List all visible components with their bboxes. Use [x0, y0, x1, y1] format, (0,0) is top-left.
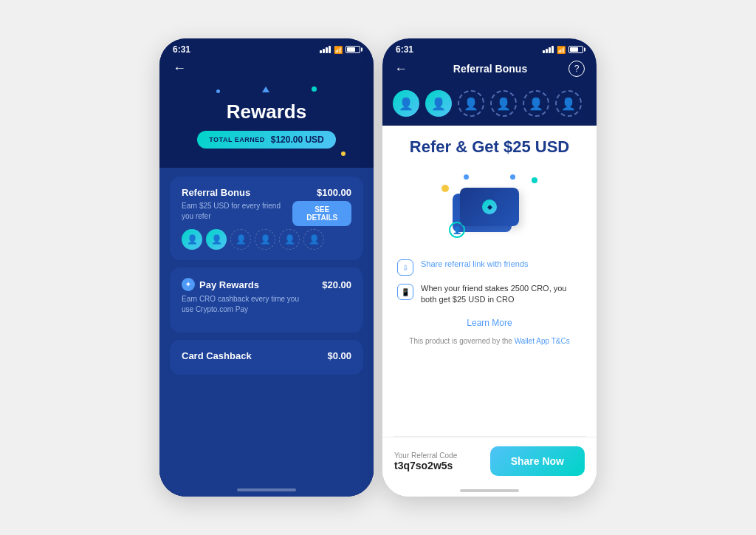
avatar-3: 👤 [230, 229, 251, 250]
ref-avatar-2: 👤 [425, 90, 452, 117]
referral-bonus-amount: $100.00 [317, 187, 351, 198]
screen2-phone: 6:31 📶 ← Referral Bonus ? [382, 38, 597, 497]
decorative-dot-blue [464, 174, 469, 180]
status-time-screen2: 6:31 [396, 44, 413, 55]
status-bar-screen2: 6:31 📶 [382, 38, 597, 58]
signal-icon [320, 46, 331, 53]
signal-icon-screen2 [543, 46, 554, 53]
avatar-6: 👤 [303, 229, 324, 250]
home-indicator-screen2 [382, 485, 597, 497]
cards-area: Referral Bonus $100.00 Earn $25 USD for … [159, 168, 374, 483]
referral-bonus-title: Referral Bonus [182, 187, 250, 198]
pay-rewards-title: ✦ Pay Rewards [182, 278, 259, 291]
referral-progress-bar: 👤 👤 👤 👤 👤 👤 [382, 84, 597, 126]
pay-rewards-card[interactable]: ✦ Pay Rewards $20.00 Earn CRO cashback e… [170, 268, 363, 333]
decorative-dots [173, 82, 360, 96]
decorative-dot-teal1 [532, 177, 537, 183]
screen2-header-title: Referral Bonus [453, 63, 527, 75]
card-logo: ◆ [482, 200, 497, 214]
decorative-dot-yellow [441, 185, 449, 192]
see-details-button[interactable]: SEE DETAILS [292, 201, 351, 226]
status-bar-screen1: 6:31 📶 [159, 38, 374, 58]
referral-bonus-card[interactable]: Referral Bonus $100.00 Earn $25 USD for … [170, 177, 363, 260]
ref-avatar-1: 👤 [393, 90, 419, 117]
step-item-2: 📱 When your friend stakes 2500 CRO, you … [397, 283, 582, 306]
share-icon: ⇩ [397, 259, 413, 276]
pay-rewards-desc: Earn CRO cashback every time you use Cry… [182, 294, 300, 315]
refer-title: Refer & Get $25 USD [382, 126, 597, 163]
card-cashback-title: Card Cashback [182, 350, 252, 361]
battery-icon [346, 46, 360, 53]
step-text-1: Share referral link with friends [421, 259, 529, 270]
rewards-hero: Rewards TOTAL EARNED $120.00 USD [159, 82, 374, 168]
ref-avatar-4: 👤 [490, 90, 517, 117]
governance-text: This product is governed by the Wallet A… [382, 333, 597, 354]
avatar-1: 👤 [182, 229, 202, 250]
wifi-icon: 📶 [334, 46, 343, 54]
screen2-body: ← Referral Bonus ? 👤 👤 👤 👤 👤 👤 Refer & G… [382, 58, 597, 497]
screen2-content: Refer & Get $25 USD ◆ 👤 [382, 126, 597, 436]
referral-steps: ⇩ Share referral link with friends 📱 Whe… [382, 251, 597, 313]
status-time-screen1: 6:31 [173, 44, 190, 55]
help-button[interactable]: ? [568, 61, 585, 77]
back-button-screen2[interactable]: ← [394, 61, 412, 77]
referral-illustration: ◆ 👤 [382, 163, 597, 251]
back-button-screen1[interactable]: ← [159, 58, 374, 82]
referral-bonus-desc: Earn $25 USD for every friend you refer [182, 201, 285, 222]
total-earned-value: $120.00 USD [271, 134, 324, 145]
decorative-dot-blue2 [510, 174, 515, 180]
battery-icon-screen2 [568, 46, 583, 53]
pay-rewards-amount: $20.00 [322, 279, 351, 290]
card-cashback-card[interactable]: Card Cashback $0.00 [170, 340, 363, 375]
wifi-icon-screen2: 📶 [557, 46, 566, 54]
referral-code-section: Your Referral Code t3q7so2w5s [394, 451, 457, 471]
home-indicator-screen1 [159, 483, 374, 497]
ref-avatar-6: 👤 [555, 90, 582, 117]
step-item-1: ⇩ Share referral link with friends [397, 259, 582, 276]
ref-avatar-5: 👤 [523, 90, 549, 117]
avatar-4: 👤 [255, 229, 275, 250]
avatar-2: 👤 [206, 229, 227, 250]
screen2-header: ← Referral Bonus ? [382, 58, 597, 84]
home-indicator-bar-screen2 [460, 489, 519, 492]
governance-link[interactable]: Wallet App T&Cs [515, 337, 570, 345]
status-icons-screen2: 📶 [543, 46, 583, 54]
ref-avatar-3: 👤 [458, 90, 484, 117]
step-text-2: When your friend stakes 2500 CRO, you bo… [421, 283, 582, 306]
screen1-body: ← Rewards TOTAL EARNED $120.00 USD [159, 58, 374, 497]
screen2-footer: Your Referral Code t3q7so2w5s Share Now [382, 437, 597, 485]
referral-code-value: t3q7so2w5s [394, 460, 457, 471]
share-now-button[interactable]: Share Now [490, 446, 585, 476]
learn-more-link[interactable]: Learn More [382, 313, 597, 333]
referral-code-label: Your Referral Code [394, 451, 457, 460]
referral-avatars-screen1: 👤 👤 👤 👤 👤 👤 [182, 229, 351, 250]
total-earned-label: TOTAL EARNED [209, 136, 265, 143]
card-cashback-amount: $0.00 [327, 350, 351, 361]
rewards-title: Rewards [173, 100, 360, 123]
status-icons-screen1: 📶 [320, 46, 360, 54]
card-graphic-front: ◆ [460, 188, 519, 226]
screen1-phone: 6:31 📶 ← [159, 38, 374, 497]
avatar-5: 👤 [279, 229, 300, 250]
phone-icon: 📱 [397, 284, 413, 300]
pay-icon: ✦ [182, 278, 195, 291]
total-earned-badge: TOTAL EARNED $120.00 USD [197, 131, 336, 149]
